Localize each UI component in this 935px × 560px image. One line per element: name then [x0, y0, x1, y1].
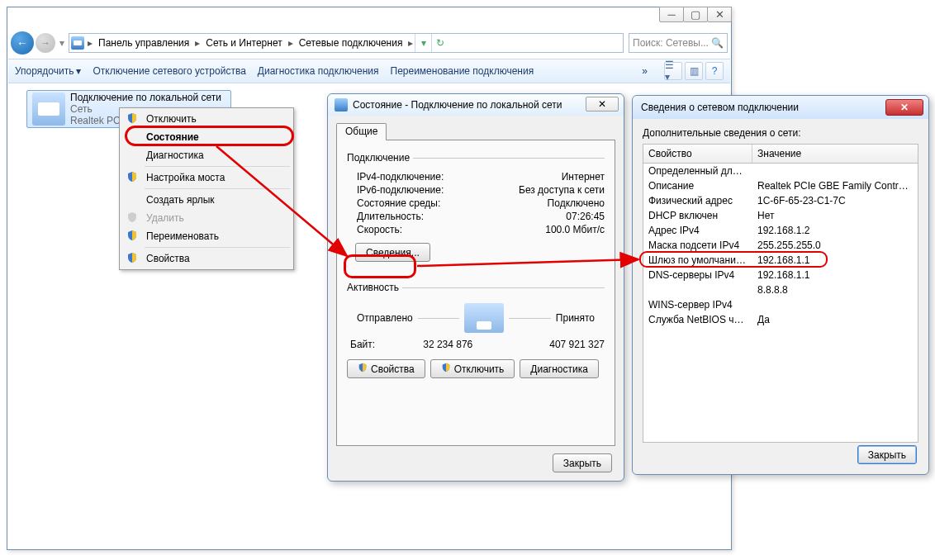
tab-strip: Общие — [336, 122, 615, 140]
ctx-status[interactable]: Состояние — [121, 128, 292, 146]
status-titlebar[interactable]: Состояние - Подключение по локальной сет… — [328, 94, 624, 116]
list-row[interactable]: Физический адрес1C-6F-65-23-C1-7C — [643, 193, 918, 208]
close-button[interactable]: ✕ — [885, 99, 923, 116]
toolbar-overflow[interactable]: » — [637, 63, 653, 79]
close-button[interactable]: Закрыть — [553, 453, 612, 472]
list-row[interactable]: Маска подсети IPv4255.255.255.0 — [643, 238, 918, 253]
property-cell: Определенный для по... — [643, 164, 752, 178]
ctx-diagnose[interactable]: Диагностика — [121, 146, 292, 164]
ipv6-value: Без доступа к сети — [519, 184, 605, 196]
duration-label: Длительность: — [357, 211, 566, 222]
sent-label: Отправлено — [357, 312, 413, 324]
disable-device-button[interactable]: Отключение сетевого устройства — [93, 65, 245, 77]
ipv6-label: IPv6-подключение: — [357, 184, 519, 196]
ctx-bridge[interactable]: Настройка моста — [121, 168, 292, 187]
refresh-button[interactable]: ↻ — [431, 34, 448, 52]
properties-button[interactable]: Свойства — [347, 359, 425, 378]
shield-icon — [358, 363, 368, 375]
list-row[interactable]: Адрес IPv4192.168.1.2 — [643, 223, 918, 238]
details-title-text: Сведения о сетевом подключении — [641, 102, 799, 113]
group-connection: Подключение — [347, 152, 410, 164]
property-cell: Служба NetBIOS через... — [643, 313, 752, 326]
value-cell: 8.8.8.8 — [752, 283, 918, 297]
close-button[interactable]: ✕ — [586, 97, 619, 112]
diagnose-button[interactable]: Диагностика — [520, 359, 599, 378]
tab-general[interactable]: Общие — [336, 123, 387, 140]
property-cell: DHCP включен — [643, 209, 752, 222]
network-icon — [335, 98, 348, 112]
maximize-button[interactable]: ▢ — [683, 7, 708, 22]
nav-bar: ← → ▾ ▸ Панель управления ▸ Сеть и Интер… — [11, 31, 728, 55]
details-dialog: Сведения о сетевом подключении ✕ Дополни… — [632, 95, 929, 475]
details-list[interactable]: Определенный для по...ОписаниеRealtek PC… — [643, 164, 918, 443]
list-row[interactable]: DHCP включенНет — [643, 208, 918, 223]
ctx-properties[interactable]: Свойства — [121, 249, 292, 268]
property-cell — [643, 283, 752, 297]
breadcrumb-3[interactable]: Сетевые подключения — [295, 36, 407, 50]
value-cell — [752, 164, 918, 178]
view-button[interactable]: ☰ ▾ — [664, 62, 682, 80]
connection-name: Подключение по локальной сети — [70, 92, 221, 103]
address-dropdown[interactable]: ▾ — [415, 34, 431, 52]
col-property[interactable]: Свойство — [643, 145, 752, 163]
rename-button[interactable]: Переименование подключения — [391, 65, 534, 77]
value-cell: 1C-6F-65-23-C1-7C — [752, 194, 918, 207]
tab-panel: Подключение IPv4-подключение:Интернет IP… — [336, 140, 615, 446]
ctx-shortcut[interactable]: Создать ярлык — [121, 191, 292, 209]
value-cell: 192.168.1.1 — [752, 268, 918, 282]
list-row[interactable]: DNS-серверы IPv4192.168.1.1 — [643, 268, 918, 282]
chevron-right-icon: ▸ — [193, 37, 202, 49]
search-placeholder: Поиск: Сетевы... — [633, 37, 709, 49]
adapter-icon — [32, 93, 65, 126]
close-button[interactable]: Закрыть — [857, 445, 917, 464]
chevron-right-icon: ▸ — [86, 37, 94, 49]
chevron-down-icon: ▾ — [76, 65, 81, 77]
list-row[interactable]: Служба NetBIOS через...Да — [643, 312, 918, 327]
separator — [145, 247, 290, 248]
search-input[interactable]: Поиск: Сетевы... 🔍 — [629, 33, 728, 53]
close-button[interactable]: ✕ — [707, 7, 732, 22]
nav-history-dropdown[interactable]: ▾ — [57, 37, 67, 49]
breadcrumb-2[interactable]: Сеть и Интернет — [202, 36, 286, 50]
address-bar[interactable]: ▸ Панель управления ▸ Сеть и Интернет ▸ … — [69, 33, 624, 53]
list-row[interactable]: ОписаниеRealtek PCIe GBE Family Controll… — [643, 178, 918, 193]
details-label: Дополнительные сведения о сети: — [643, 127, 918, 139]
status-title-text: Состояние - Подключение по локальной сет… — [353, 99, 562, 111]
value-cell: 192.168.1.1 — [752, 254, 918, 267]
disable-button[interactable]: Отключить — [430, 359, 515, 378]
shield-icon — [126, 230, 138, 241]
ctx-disable[interactable]: Отключить — [121, 110, 292, 128]
value-cell: Да — [752, 313, 918, 326]
ctx-rename[interactable]: Переименовать — [121, 227, 292, 245]
list-row[interactable]: WINS-сервер IPv4 — [643, 297, 918, 312]
property-cell: Шлюз по умолчанию IP... — [643, 254, 752, 267]
value-cell: 192.168.1.2 — [752, 224, 918, 237]
toolbar: Упорядочить ▾ Отключение сетевого устрой… — [8, 59, 730, 83]
details-titlebar[interactable]: Сведения о сетевом подключении — [633, 96, 928, 119]
group-activity: Активность — [347, 282, 399, 293]
col-value[interactable]: Значение — [752, 145, 918, 163]
separator — [145, 188, 290, 189]
list-row[interactable]: 8.8.8.8 — [643, 282, 918, 297]
property-cell: Маска подсети IPv4 — [643, 239, 752, 252]
value-cell: 255.255.255.0 — [752, 239, 918, 252]
shield-icon — [126, 211, 138, 223]
media-value: Подключено — [548, 197, 605, 209]
value-cell — [752, 298, 918, 311]
diagnose-button[interactable]: Диагностика подключения — [258, 65, 379, 77]
details-button[interactable]: Сведения... — [355, 243, 430, 262]
list-row[interactable]: Определенный для по... — [643, 164, 918, 178]
minimize-button[interactable]: ─ — [659, 7, 684, 22]
help-button[interactable]: ? — [705, 62, 724, 80]
preview-pane-button[interactable]: ▥ — [685, 62, 703, 80]
back-button[interactable]: ← — [11, 31, 34, 55]
organize-menu[interactable]: Упорядочить ▾ — [15, 65, 81, 77]
search-icon: 🔍 — [711, 37, 724, 49]
speed-value: 100.0 Мбит/с — [545, 224, 605, 235]
forward-button[interactable]: → — [36, 33, 55, 53]
context-menu: Отключить Состояние Диагностика Настройк… — [119, 107, 294, 270]
toolbar-icons: ☰ ▾ ▥ ? — [664, 62, 724, 80]
breadcrumb-1[interactable]: Панель управления — [94, 36, 193, 50]
list-row[interactable]: Шлюз по умолчанию IP...192.168.1.1 — [643, 253, 918, 268]
value-cell: Realtek PCIe GBE Family Controller — [752, 179, 918, 192]
